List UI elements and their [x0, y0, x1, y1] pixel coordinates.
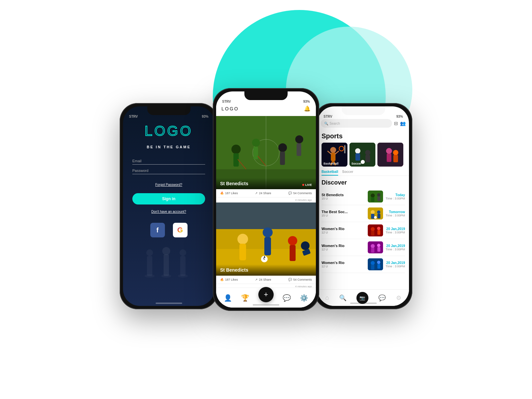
live-badge: LIVE: [302, 183, 312, 187]
email-input-line[interactable]: [132, 164, 205, 165]
item-4-level: 12 U: [322, 248, 365, 251]
item-1-time: Time : 3:00PM: [386, 197, 405, 200]
filter-icon[interactable]: ⊟: [394, 121, 398, 126]
svg-rect-31: [290, 245, 296, 261]
camera-fab[interactable]: 📷: [356, 292, 368, 304]
scene: STRV 93%: [0, 0, 532, 399]
soccer-category[interactable]: Soccer: [349, 143, 375, 167]
likes-count-2: 187 Likes: [225, 278, 238, 281]
item-2-level: 15 U: [322, 214, 365, 217]
item-5-thumb: [368, 258, 383, 270]
item-4-thumb: [368, 241, 383, 253]
people-icon[interactable]: 👥: [400, 121, 406, 126]
facebook-button[interactable]: f: [150, 223, 165, 237]
login-screen: LOGO BE IN THE GAME Email Password Forgo…: [123, 106, 214, 306]
phones-container: STRV 93%: [0, 0, 532, 399]
basketball-category[interactable]: Basketball: [322, 143, 347, 167]
password-input-line[interactable]: [132, 174, 205, 174]
discover-item-2[interactable]: The Best Soc... 15 U: [322, 205, 405, 222]
forgot-password-link[interactable]: Forgot Password?: [155, 183, 182, 187]
discover-screen: 🔍 Search ⊟ 👥 Sports: [318, 106, 409, 306]
likes-count: 187 Likes: [225, 192, 238, 195]
feed-logo: LOGO: [221, 106, 239, 111]
share-icon-2: ↗: [255, 278, 258, 281]
feed-nav-person[interactable]: 👤: [224, 294, 232, 302]
share-count-2: 24 Share: [259, 278, 271, 281]
feed-screen: LOGO 🔔: [216, 91, 316, 308]
email-input-group: Email: [132, 159, 205, 165]
svg-rect-70: [377, 230, 380, 235]
bell-icon[interactable]: 🔔: [304, 105, 311, 112]
share-action-2[interactable]: ↗ 24 Share: [255, 278, 271, 281]
signin-button[interactable]: Sign in: [132, 193, 205, 204]
feed-card-2[interactable]: St Benedicts: [216, 202, 316, 276]
google-button[interactable]: G: [173, 223, 188, 237]
login-tagline: BE IN THE GAME: [147, 145, 191, 149]
discover-item-3[interactable]: Women's Rio 12 U: [322, 222, 405, 239]
svg-rect-71: [368, 241, 383, 253]
discover-item-4[interactable]: Women's Rio 12 U: [322, 239, 405, 256]
share-action[interactable]: ↗ 24 Share: [255, 192, 271, 195]
feed-card-2-actions: 🔥 187 Likes ↗ 24 Share 💬 54 Comments: [216, 276, 316, 284]
item-3-level: 12 U: [322, 231, 365, 234]
item-4-time: Time : 3:00PM: [386, 248, 405, 251]
google-icon: G: [177, 226, 183, 234]
tab-basketball[interactable]: Basketball: [322, 170, 338, 176]
sports-title: Sports: [322, 132, 405, 140]
svg-rect-73: [371, 248, 374, 253]
phone-discover-screen: STRV 93% 🔍 Search ⊟ 👥 S: [318, 106, 409, 306]
feed-card-1[interactable]: St Benedicts LIVE: [216, 116, 316, 189]
fire-icon-2: 🔥: [220, 278, 224, 281]
email-label: Email: [132, 159, 205, 163]
more-image: [377, 143, 403, 167]
basketball-label: Basketball: [324, 162, 338, 165]
svg-rect-46: [355, 153, 360, 161]
svg-rect-76: [368, 258, 383, 270]
fab-button[interactable]: +: [258, 287, 274, 302]
home-indicator-discover: [350, 303, 377, 304]
feed-card-1-actions: 🔥 187 Likes ↗ 24 Share 💬 54 Comments: [216, 189, 316, 198]
svg-rect-48: [365, 155, 370, 162]
item-2-time: Time : 3:00PM: [386, 214, 405, 217]
notch-feed: [244, 91, 288, 100]
share-icon: ↗: [255, 192, 258, 195]
password-label: Password: [132, 169, 205, 173]
more-category[interactable]: [377, 143, 403, 167]
phone-login: STRV 93%: [120, 103, 218, 309]
feed-card-2-title: St Benedicts: [220, 267, 248, 273]
carrier-login: STRV: [129, 115, 138, 118]
item-5-time: Time : 3:00PM: [386, 265, 405, 268]
svg-rect-52: [387, 154, 391, 162]
feed-nav-gear[interactable]: ⚙️: [300, 294, 308, 302]
likes-action[interactable]: 🔥 187 Likes: [220, 192, 238, 195]
comments-action[interactable]: 💬 54 Comments: [288, 192, 312, 195]
tab-soccer[interactable]: Soccer: [342, 170, 353, 176]
svg-point-56: [371, 194, 375, 198]
comments-action-2[interactable]: 💬 54 Comments: [288, 278, 312, 281]
phone-feed-screen: STRV 93% LOGO 🔔: [216, 91, 316, 308]
discover-nav-chat[interactable]: 💬: [378, 294, 386, 302]
feed-nav-trophy[interactable]: 🏆: [241, 294, 249, 302]
svg-point-51: [386, 148, 392, 154]
discover-nav-search[interactable]: 🔍: [339, 294, 346, 302]
feed-nav-chat[interactable]: 💬: [283, 294, 291, 302]
svg-rect-25: [216, 202, 316, 229]
item-2-thumb: [368, 207, 383, 219]
phone-feed: STRV 93% LOGO 🔔: [213, 88, 319, 311]
likes-action-2[interactable]: 🔥 187 Likes: [220, 278, 238, 281]
search-box[interactable]: 🔍 Search: [321, 119, 392, 128]
live-dot: [302, 184, 304, 186]
svg-point-15: [252, 139, 260, 147]
home-indicator-feed: [253, 304, 279, 306]
item-2-date-label: Tomorrow: [386, 210, 405, 214]
password-input-group: Password: [132, 169, 205, 174]
svg-point-61: [371, 210, 375, 214]
discover-item-1[interactable]: St Benedicts 15 U: [322, 188, 405, 205]
discover-nav-gear[interactable]: ⚙: [396, 294, 401, 302]
create-account-link[interactable]: Don't have an account?: [151, 210, 186, 213]
camera-icon: 📷: [359, 295, 365, 301]
battery-login: 93%: [202, 115, 208, 118]
discover-item-5[interactable]: Women's Rio 12 U: [322, 256, 405, 273]
svg-point-79: [377, 261, 380, 264]
discover-nav-home[interactable]: ⌂: [325, 294, 329, 301]
